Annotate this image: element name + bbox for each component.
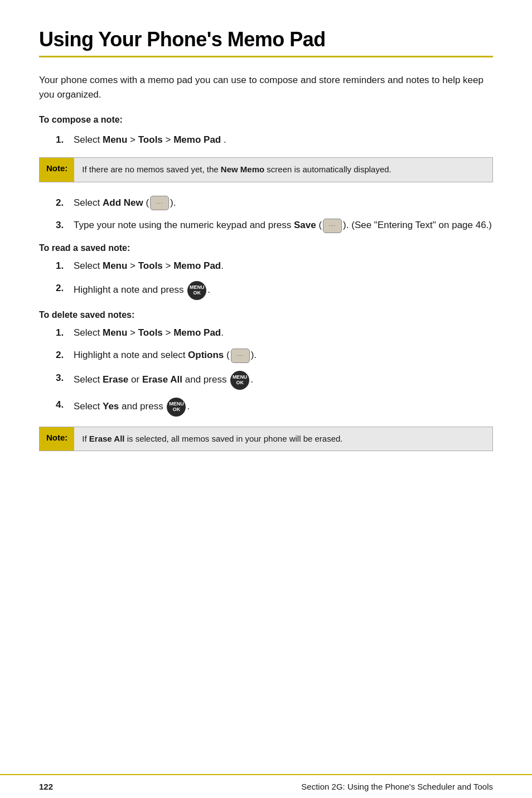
read-step-number-1: 1. (56, 259, 74, 273)
menu-bold-r1: Menu (103, 260, 127, 271)
delete-step-content-2: Highlight a note and select Options (). (74, 348, 493, 363)
soft-key-icon-3 (231, 349, 250, 363)
delete-note-box: Note: If Erase All is selected, all memo… (39, 427, 493, 452)
save-bold: Save (294, 220, 316, 230)
step-content-1: Select Menu > Tools > Memo Pad . (74, 133, 493, 147)
compose-steps: 1. Select Menu > Tools > Memo Pad . (56, 133, 493, 147)
add-new-bold: Add New (103, 197, 143, 208)
step-content-2: Select Add New (). (74, 196, 493, 211)
compose-step-1: 1. Select Menu > Tools > Memo Pad . (56, 133, 493, 147)
read-step-2: 2. Highlight a note and press MENUOK. (56, 281, 493, 300)
delete-section-label: To delete saved notes: (39, 310, 493, 320)
delete-steps: 1. Select Menu > Tools > Memo Pad. 2. Hi… (56, 326, 493, 417)
delete-step-2: 2. Highlight a note and select Options (… (56, 348, 493, 363)
note-label-2: Note: (40, 427, 74, 451)
read-section-label: To read a saved note: (39, 243, 493, 253)
new-memo-bold: New Memo (221, 165, 264, 174)
menu-bold: Menu (103, 134, 127, 145)
step-number-3: 3. (56, 218, 74, 233)
read-steps: 1. Select Menu > Tools > Memo Pad. 2. Hi… (56, 259, 493, 300)
delete-step-4: 4. Select Yes and press MENUOK. (56, 398, 493, 417)
delete-step-content-1: Select Menu > Tools > Memo Pad. (74, 326, 493, 340)
memopad-bold-d1: Memo Pad (173, 327, 221, 338)
title-divider (39, 56, 493, 57)
intro-paragraph: Your phone comes with a memo pad you can… (39, 73, 493, 103)
options-bold: Options (188, 350, 224, 360)
footer-page-number: 122 (39, 782, 53, 791)
tools-bold-d1: Tools (138, 327, 163, 338)
memopad-bold: Memo Pad (173, 134, 221, 145)
erase-all-bold: Erase All (142, 374, 182, 385)
step-number-1: 1. (56, 133, 74, 147)
erase-bold: Erase (103, 374, 128, 385)
menu-ok-icon-2: MENUOK (230, 371, 249, 390)
read-step-content-1: Select Menu > Tools > Memo Pad. (74, 259, 493, 273)
delete-step-content-4: Select Yes and press MENUOK. (74, 398, 493, 417)
memopad-bold-r1: Memo Pad (173, 260, 221, 271)
delete-step-1: 1. Select Menu > Tools > Memo Pad. (56, 326, 493, 340)
compose-section-label: To compose a note: (39, 115, 493, 125)
tools-bold: Tools (138, 134, 163, 145)
note-content-1: If there are no memos saved yet, the New… (74, 158, 492, 182)
step-content-3: Type your note using the numeric keypad … (74, 218, 493, 233)
step-number-2: 2. (56, 196, 74, 210)
compose-steps-2-3: 2. Select Add New (). 3. Type your note … (56, 196, 493, 233)
menu-ok-icon-1: MENUOK (187, 281, 206, 300)
page-title: Using Your Phone's Memo Pad (39, 28, 493, 51)
delete-step-number-4: 4. (56, 398, 74, 412)
yes-bold: Yes (103, 401, 119, 412)
note-label-1: Note: (40, 158, 74, 182)
compose-step-2: 2. Select Add New (). (56, 196, 493, 211)
delete-step-number-1: 1. (56, 326, 74, 340)
menu-ok-icon-3: MENUOK (167, 398, 186, 417)
compose-note-box: Note: If there are no memos saved yet, t… (39, 157, 493, 182)
soft-key-icon-2 (323, 219, 342, 233)
menu-bold-d1: Menu (103, 327, 127, 338)
read-step-number-2: 2. (56, 281, 74, 296)
note-content-2: If Erase All is selected, all memos save… (74, 427, 492, 451)
footer: 122 Section 2G: Using the Phone's Schedu… (0, 774, 532, 798)
read-step-content-2: Highlight a note and press MENUOK. (74, 281, 493, 300)
delete-step-3: 3. Select Erase or Erase All and press M… (56, 371, 493, 390)
footer-section-text: Section 2G: Using the Phone's Scheduler … (301, 782, 493, 791)
soft-key-icon-1 (150, 196, 169, 210)
compose-step-3: 3. Type your note using the numeric keyp… (56, 218, 493, 233)
delete-step-content-3: Select Erase or Erase All and press MENU… (74, 371, 493, 390)
delete-step-number-3: 3. (56, 371, 74, 385)
erase-all-note-bold: Erase All (89, 434, 125, 443)
tools-bold-r1: Tools (138, 260, 163, 271)
delete-step-number-2: 2. (56, 348, 74, 362)
read-step-1: 1. Select Menu > Tools > Memo Pad. (56, 259, 493, 273)
